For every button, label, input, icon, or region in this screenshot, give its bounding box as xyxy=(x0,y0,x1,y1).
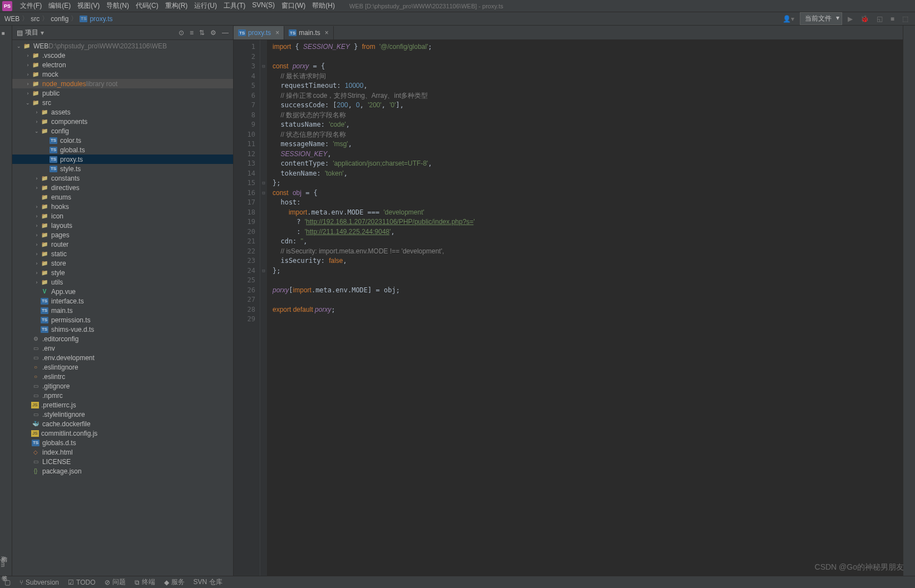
tree-item[interactable]: 🐳cache.dockerfile xyxy=(12,419,233,428)
tree-item[interactable]: ›hooks xyxy=(12,202,233,211)
tree-item[interactable]: ⌄WEB D:\phpstudy_pro\WWW\20231106\WEB xyxy=(12,41,233,51)
run-config-select[interactable]: 当前文件 xyxy=(800,12,842,25)
tree-item[interactable]: ›static xyxy=(12,249,233,258)
bookmarks-tool-button[interactable]: 书签 xyxy=(0,569,8,574)
tree-item[interactable]: enums xyxy=(12,192,233,202)
tree-arrow-icon[interactable]: › xyxy=(33,109,40,115)
tree-item[interactable]: ▭.env.development xyxy=(12,353,233,362)
tree-item[interactable]: TSstyle.ts xyxy=(12,164,233,173)
tree-item[interactable]: ›node_modules library root xyxy=(12,79,233,88)
tree-item[interactable]: TSshims-vue.d.ts xyxy=(12,325,233,334)
breadcrumb[interactable]: WEB 〉 src 〉 config 〉 TS proxy.ts xyxy=(4,14,113,23)
menu-item[interactable]: 导航(N) xyxy=(103,1,132,11)
statusbar-box-icon[interactable]: ▢ xyxy=(4,579,11,586)
tree-item[interactable]: ›assets xyxy=(12,107,233,117)
project-tool-button[interactable]: ■ xyxy=(0,28,6,38)
tree-item[interactable]: ⚙.editorconfig xyxy=(12,334,233,343)
tree-item[interactable]: JScommitlint.config.js xyxy=(12,428,233,438)
fold-gutter[interactable]: ⊟ ⊟ ⊟ ⊟ xyxy=(260,40,267,576)
tree-arrow-icon[interactable]: › xyxy=(33,204,40,210)
locate-icon[interactable]: ⊙ xyxy=(179,29,184,37)
status-services[interactable]: ◆服务 xyxy=(164,577,185,587)
menu-item[interactable]: 文件(F) xyxy=(17,1,45,11)
tree-arrow-icon[interactable]: › xyxy=(33,280,40,285)
tree-item[interactable]: ›store xyxy=(12,258,233,268)
tree-item[interactable]: ▭.stylelintignore xyxy=(12,410,233,419)
minimize-icon[interactable]: — xyxy=(222,29,229,37)
user-icon[interactable]: 👤▾ xyxy=(780,15,797,23)
menu-item[interactable]: 窗口(W) xyxy=(278,1,309,11)
menu-item[interactable]: 工具(T) xyxy=(220,1,249,11)
tree-item[interactable]: {}package.json xyxy=(12,466,233,476)
tree-item[interactable]: TSpermission.ts xyxy=(12,315,233,325)
tree-item[interactable]: ›constants xyxy=(12,173,233,183)
menu-item[interactable]: 重构(R) xyxy=(162,1,191,11)
tree-arrow-icon[interactable]: ⌄ xyxy=(24,100,31,106)
tree-item[interactable]: ›router xyxy=(12,240,233,249)
tree-arrow-icon[interactable]: › xyxy=(33,232,40,238)
menu-item[interactable]: 帮助(H) xyxy=(309,1,338,11)
tree-arrow-icon[interactable]: ⌄ xyxy=(33,128,40,134)
search-icon[interactable]: ⬚ xyxy=(900,15,911,23)
code-editor[interactable]: import { SESSION_KEY } from '@/config/gl… xyxy=(267,40,903,576)
tree-item[interactable]: TSproxy.ts xyxy=(12,155,233,164)
tree-arrow-icon[interactable]: ⌄ xyxy=(16,43,22,49)
debug-icon[interactable]: 🐞 xyxy=(858,15,871,23)
breadcrumb-config[interactable]: config xyxy=(51,15,68,23)
tree-item[interactable]: ▭LICENSE xyxy=(12,457,233,466)
tree-arrow-icon[interactable]: › xyxy=(33,213,40,219)
tree-arrow-icon[interactable]: › xyxy=(24,91,31,96)
tree-arrow-icon[interactable]: › xyxy=(33,223,40,228)
tree-item[interactable]: ›electron xyxy=(12,60,233,69)
line-number-gutter[interactable]: 1 2 3 4 5 6 7 8 9 10 11 12 13 14 15 16 1… xyxy=(234,40,260,576)
tree-item[interactable]: VApp.vue xyxy=(12,287,233,296)
status-svn[interactable]: SVN 仓库 xyxy=(194,577,222,587)
tree-item[interactable]: ⌄config xyxy=(12,126,233,136)
tree-arrow-icon[interactable]: › xyxy=(24,72,31,77)
tree-arrow-icon[interactable]: › xyxy=(24,62,31,68)
tree-arrow-icon[interactable]: › xyxy=(33,242,40,247)
tree-arrow-icon[interactable]: › xyxy=(33,251,40,257)
tree-item[interactable]: TSglobals.d.ts xyxy=(12,438,233,447)
tree-item[interactable]: ›components xyxy=(12,117,233,126)
tree-item[interactable]: TSmain.ts xyxy=(12,306,233,315)
tree-item[interactable]: ○.eslintignore xyxy=(12,362,233,372)
tree-item[interactable]: ›pages xyxy=(12,230,233,240)
tree-item[interactable]: ›layouts xyxy=(12,221,233,230)
tree-arrow-icon[interactable]: › xyxy=(33,270,40,276)
tree-item[interactable]: ▭.env xyxy=(12,343,233,353)
tree-arrow-icon[interactable]: › xyxy=(33,185,40,191)
status-terminal[interactable]: ⧉终端 xyxy=(135,577,155,587)
menu-item[interactable]: SVN(S) xyxy=(249,1,278,11)
tree-arrow-icon[interactable]: › xyxy=(33,119,40,124)
chevron-down-icon[interactable]: ▾ xyxy=(41,29,44,37)
stop-icon[interactable]: ■ xyxy=(888,15,897,23)
menu-item[interactable]: 运行(U) xyxy=(191,1,220,11)
tree-item[interactable]: ›style xyxy=(12,268,233,277)
tree-item[interactable]: TSglobal.ts xyxy=(12,145,233,155)
breadcrumb-root[interactable]: WEB xyxy=(4,15,19,23)
collapse-icon[interactable]: ⇅ xyxy=(199,29,205,37)
structure-tool-button[interactable]: 结构 xyxy=(0,550,8,554)
editor-tab[interactable]: TSmain.ts× xyxy=(284,26,334,39)
tree-item[interactable]: JS.prettierrc.js xyxy=(12,400,233,410)
breadcrumb-file[interactable]: proxy.ts xyxy=(90,15,112,23)
menu-item[interactable]: 代码(C) xyxy=(132,1,162,11)
tree-item[interactable]: ⌄src xyxy=(12,98,233,107)
tree-item[interactable]: ▭.npmrc xyxy=(12,391,233,400)
status-todo[interactable]: ☑TODO xyxy=(68,579,95,586)
tree-arrow-icon[interactable]: › xyxy=(24,53,31,58)
menu-item[interactable]: 视图(V) xyxy=(74,1,103,11)
npm-tool-button[interactable]: npm xyxy=(0,554,6,569)
tree-item[interactable]: ›.vscode xyxy=(12,51,233,60)
coverage-icon[interactable]: ◱ xyxy=(874,15,885,23)
editor-tab[interactable]: TSproxy.ts× xyxy=(234,26,284,39)
expand-icon[interactable]: ≡ xyxy=(190,29,194,37)
tree-item[interactable]: ›icon xyxy=(12,211,233,221)
status-subversion[interactable]: ⑂Subversion xyxy=(19,579,59,586)
breadcrumb-src[interactable]: src xyxy=(31,15,39,23)
tree-item[interactable]: TScolor.ts xyxy=(12,136,233,145)
status-problems[interactable]: ⊘问题 xyxy=(105,577,126,587)
tree-item[interactable]: ›public xyxy=(12,88,233,98)
tree-arrow-icon[interactable]: › xyxy=(33,176,40,181)
